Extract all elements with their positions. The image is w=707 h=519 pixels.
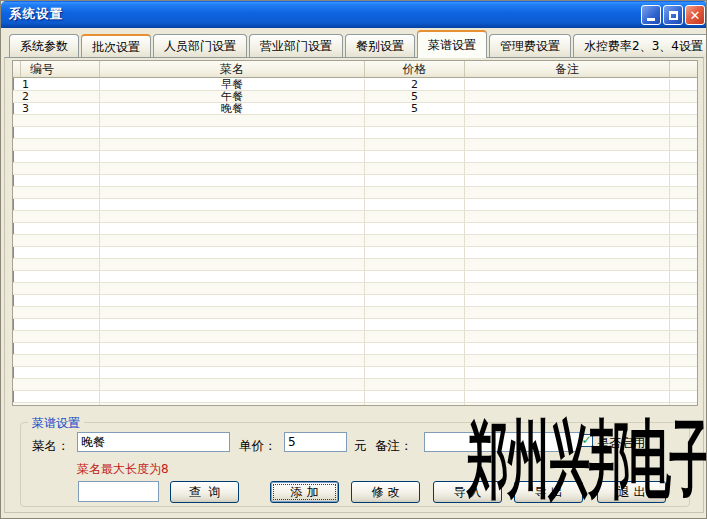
table-cell bbox=[13, 247, 100, 258]
table-body: 1早餐22午餐53晚餐5 bbox=[13, 79, 697, 405]
table-cell bbox=[100, 307, 365, 318]
tab-water-rate[interactable]: 水控费率2、3、4设置 bbox=[573, 34, 707, 58]
table-cell bbox=[13, 367, 100, 378]
table-cell bbox=[670, 271, 697, 282]
table-cell bbox=[670, 247, 697, 258]
close-button[interactable]: ✕ bbox=[685, 5, 705, 25]
table-cell bbox=[465, 379, 670, 390]
exit-button[interactable]: 退 出 bbox=[597, 481, 666, 503]
tab-personnel-dept[interactable]: 人员部门设置 bbox=[153, 34, 247, 58]
column-header: 菜名 bbox=[100, 61, 365, 77]
table-cell bbox=[670, 355, 697, 366]
table-cell bbox=[100, 235, 365, 246]
table-cell bbox=[13, 283, 100, 294]
table-cell: 5 bbox=[365, 91, 465, 102]
table-empty-row bbox=[13, 247, 697, 259]
dish-name-input[interactable] bbox=[77, 432, 230, 452]
tab-batch-settings[interactable]: 批次设置 bbox=[81, 34, 151, 58]
table-cell bbox=[13, 307, 100, 318]
column-header: 备注 bbox=[465, 61, 670, 77]
table-cell bbox=[365, 271, 465, 282]
table-cell bbox=[670, 235, 697, 246]
table-cell bbox=[100, 271, 365, 282]
table-cell bbox=[670, 79, 697, 90]
table-cell: 晚餐 bbox=[100, 103, 365, 114]
minimize-button[interactable] bbox=[641, 5, 661, 25]
table-cell bbox=[465, 187, 670, 198]
table-cell bbox=[13, 151, 100, 162]
table-cell bbox=[365, 247, 465, 258]
table-cell bbox=[465, 103, 670, 114]
table-cell bbox=[365, 199, 465, 210]
table-cell bbox=[670, 91, 697, 102]
table-empty-row bbox=[13, 211, 697, 223]
table-empty-row bbox=[13, 139, 697, 151]
table-cell bbox=[100, 343, 365, 354]
tab-system-params[interactable]: 系统参数 bbox=[9, 34, 79, 58]
table-row[interactable]: 1早餐2 bbox=[13, 79, 697, 91]
table-cell: 5 bbox=[365, 103, 465, 114]
table-cell bbox=[670, 223, 697, 234]
table-empty-row bbox=[13, 343, 697, 355]
table-cell bbox=[465, 211, 670, 222]
search-input[interactable] bbox=[78, 481, 159, 502]
table-cell bbox=[100, 151, 365, 162]
column-header: 价格 bbox=[365, 61, 465, 77]
table-empty-row bbox=[13, 259, 697, 271]
table-empty-row bbox=[13, 127, 697, 139]
titlebar[interactable]: 系统设置 ✕ bbox=[1, 1, 707, 28]
table-cell: 1 bbox=[13, 79, 100, 90]
tab-mgmt-fee[interactable]: 管理费设置 bbox=[489, 34, 571, 58]
table-cell bbox=[670, 379, 697, 390]
table-cell: 早餐 bbox=[100, 79, 365, 90]
tab-strip: 系统参数批次设置人员部门设置营业部门设置餐别设置菜谱设置管理费设置水控费率2、3… bbox=[9, 29, 702, 58]
tab-meal-type[interactable]: 餐别设置 bbox=[345, 34, 415, 58]
table-cell bbox=[100, 139, 365, 150]
add-button[interactable]: 添 加 bbox=[270, 481, 339, 503]
table-cell bbox=[100, 175, 365, 186]
table-empty-row bbox=[13, 235, 697, 247]
table-empty-row bbox=[13, 151, 697, 163]
table-row[interactable]: 3晚餐5 bbox=[13, 103, 697, 115]
table-empty-row bbox=[13, 355, 697, 367]
table-cell bbox=[465, 331, 670, 342]
table-cell bbox=[13, 163, 100, 174]
table-cell bbox=[365, 223, 465, 234]
tab-business-dept[interactable]: 营业部门设置 bbox=[249, 34, 343, 58]
table-empty-row bbox=[13, 307, 697, 319]
groupbox-legend: 菜谱设置 bbox=[28, 415, 84, 432]
max-length-hint: 菜名最大长度为8 bbox=[77, 461, 169, 478]
import-button[interactable]: 导 入 bbox=[433, 481, 502, 503]
table-empty-row bbox=[13, 163, 697, 175]
tab-page-menu-settings: 编号菜名价格备注 1早餐22午餐53晚餐5 菜谱设置 菜名： 单价： 元 备注：… bbox=[4, 57, 704, 513]
table-cell bbox=[465, 163, 670, 174]
table-cell bbox=[465, 79, 670, 90]
note-input[interactable] bbox=[424, 432, 580, 452]
table-cell bbox=[365, 127, 465, 138]
table-cell bbox=[465, 223, 670, 234]
table-cell bbox=[365, 331, 465, 342]
table-empty-row bbox=[13, 271, 697, 283]
table-cell bbox=[465, 259, 670, 270]
table-cell bbox=[670, 151, 697, 162]
table-cell bbox=[13, 223, 100, 234]
table-cell bbox=[100, 211, 365, 222]
table-cell bbox=[670, 103, 697, 114]
table-row[interactable]: 2午餐5 bbox=[13, 91, 697, 103]
table-cell bbox=[13, 343, 100, 354]
maximize-button[interactable] bbox=[663, 5, 683, 25]
table-cell bbox=[13, 403, 100, 405]
table-cell bbox=[670, 295, 697, 306]
unit-price-input[interactable] bbox=[284, 432, 347, 452]
export-button[interactable]: 导 出 bbox=[514, 481, 583, 503]
query-button[interactable]: 查 询 bbox=[170, 481, 239, 503]
modify-button[interactable]: 修 改 bbox=[351, 481, 420, 503]
table-empty-row bbox=[13, 379, 697, 391]
close-icon: ✕ bbox=[690, 9, 701, 22]
table-cell bbox=[465, 127, 670, 138]
table-cell bbox=[465, 343, 670, 354]
enable-checkbox[interactable]: ✓ bbox=[580, 434, 593, 447]
tab-menu-settings[interactable]: 菜谱设置 bbox=[417, 30, 487, 58]
table-cell bbox=[670, 391, 697, 402]
table-cell bbox=[365, 283, 465, 294]
